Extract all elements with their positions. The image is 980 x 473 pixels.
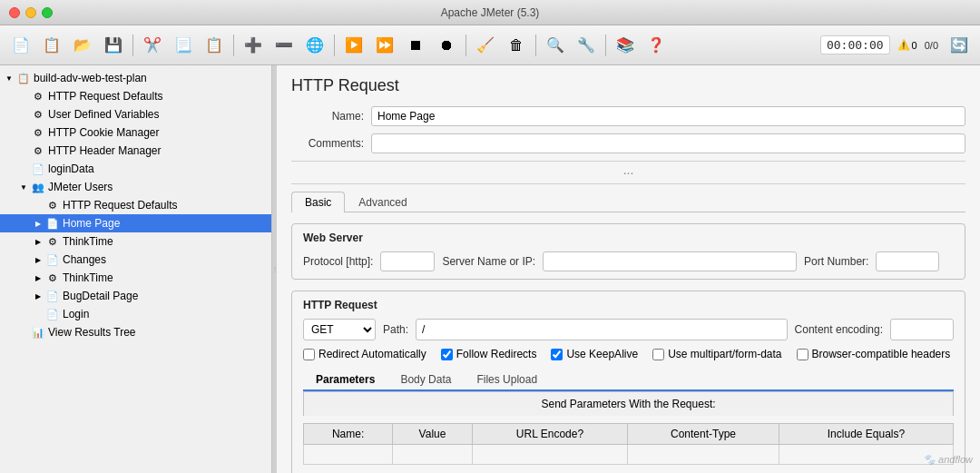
home-page-icon: 📄: [45, 216, 60, 231]
sidebar-item-login-data[interactable]: ▶ 📄 loginData: [0, 160, 271, 178]
port-input[interactable]: [876, 251, 939, 271]
timer-display: 00:00:00: [820, 35, 890, 54]
sidebar-item-think-time2[interactable]: ▶ ⚙ ThinkTime: [0, 269, 271, 287]
server-name-input[interactable]: [543, 251, 797, 271]
sidebar-item-label: Home Page: [63, 217, 120, 230]
name-row: Name:: [291, 106, 965, 126]
protocol-input[interactable]: [380, 251, 435, 271]
web-server-title: Web Server: [303, 232, 954, 244]
keepalive-checkbox[interactable]: [551, 349, 563, 360]
cookie-icon: ⚙: [31, 125, 45, 140]
remove-node-button[interactable]: ➖: [270, 32, 298, 59]
sidebar-item-label: ThinkTime: [63, 271, 113, 284]
sidebar-item-cookie-mgr[interactable]: ▶ ⚙ HTTP Cookie Manager: [0, 123, 271, 142]
method-select[interactable]: GET: [303, 319, 376, 340]
toolbar: 📄 📋 📂 💾 ✂️ 📃 📋 ➕ ➖ 🌐 ▶️ ⏩ ⏹ ⏺ 🧹 🗑 🔍 🔧 📚 …: [0, 25, 980, 65]
sidebar-item-jmeter-users[interactable]: ▼ 👥 JMeter Users: [0, 178, 271, 196]
template-button[interactable]: 📋: [38, 32, 65, 59]
sidebar-item-http-defaults[interactable]: ▶ ⚙ HTTP Request Defaults: [0, 87, 271, 105]
sidebar-item-changes[interactable]: ▶ 📄 Changes: [0, 251, 271, 269]
about-button[interactable]: ❓: [642, 32, 670, 59]
encoding-input[interactable]: [890, 319, 954, 340]
sidebar-item-label: Login: [63, 308, 89, 320]
comments-input[interactable]: [371, 133, 965, 153]
collapse-icon: ···: [623, 165, 634, 180]
sidebar-item-user-vars[interactable]: ▶ ⚙ User Defined Variables: [0, 105, 271, 123]
sidebar-item-view-results[interactable]: ▶ 📊 View Results Tree: [0, 323, 271, 341]
clear-button[interactable]: 🧹: [472, 32, 499, 59]
server-name-label: Server Name or IP:: [442, 255, 535, 268]
warning-count: 0: [912, 40, 917, 51]
sub-tab-body-data[interactable]: Body Data: [387, 370, 464, 389]
sidebar: ▼ 📋 build-adv-web-test-plan ▶ ⚙ HTTP Req…: [0, 65, 272, 473]
sidebar-item-bugdetail[interactable]: ▶ 📄 BugDetail Page: [0, 287, 271, 305]
protocol-label: Protocol [http]:: [303, 255, 373, 268]
follow-checkbox-item[interactable]: Follow Redirects: [441, 348, 537, 360]
redirect-checkbox-item[interactable]: Redirect Automatically: [303, 348, 426, 360]
sidebar-item-label: ThinkTime: [63, 235, 113, 248]
collapse-row[interactable]: ···: [291, 161, 965, 184]
sidebar-item-label: BugDetail Page: [63, 290, 138, 302]
stop-now-button[interactable]: ⏺: [433, 32, 460, 59]
help-button[interactable]: 📚: [612, 32, 639, 59]
toolbar-sep-4: [466, 34, 466, 56]
clear-all-button[interactable]: 🗑: [503, 32, 530, 59]
expand-arrow-icon: ▶: [33, 218, 44, 229]
sidebar-item-think-time[interactable]: ▶ ⚙ ThinkTime: [0, 232, 271, 251]
name-label: Name:: [291, 110, 364, 123]
new-button[interactable]: 📄: [7, 32, 34, 59]
watermark-icon: 🐾: [923, 454, 936, 465]
tab-advanced[interactable]: Advanced: [345, 192, 420, 212]
expand-arrow-icon: ▶: [33, 254, 44, 265]
browser-compat-checkbox[interactable]: [797, 349, 808, 360]
sidebar-item-label: User Defined Variables: [48, 108, 160, 121]
maximize-button[interactable]: [42, 7, 53, 18]
browser-compat-checkbox-item[interactable]: Browser-compatible headers: [797, 348, 951, 360]
sidebar-item-label: HTTP Request Defaults: [63, 199, 178, 212]
sidebar-item-login[interactable]: ▶ 📄 Login: [0, 305, 271, 323]
table-row-empty: [304, 445, 954, 465]
paste-button[interactable]: 📋: [201, 32, 228, 59]
close-button[interactable]: [9, 7, 20, 18]
cut-button[interactable]: ✂️: [139, 32, 166, 59]
start-button[interactable]: ▶️: [340, 32, 368, 59]
keepalive-checkbox-item[interactable]: Use KeepAlive: [551, 348, 638, 360]
user-vars-icon: ⚙: [31, 107, 45, 122]
http-defaults-icon: ⚙: [31, 89, 45, 103]
toolbar-sep-2: [233, 34, 234, 56]
col-header-value: Value: [393, 424, 473, 445]
warning-badge: ⚠️ 0: [897, 39, 917, 51]
search-button[interactable]: 🔍: [542, 32, 569, 59]
path-input[interactable]: [416, 319, 788, 340]
sub-tab-files-upload[interactable]: Files Upload: [464, 370, 550, 389]
remote-button[interactable]: 🔄: [946, 32, 973, 59]
multipart-checkbox-item[interactable]: Use multipart/form-data: [652, 348, 781, 360]
traffic-lights: [9, 7, 53, 18]
sidebar-item-label: View Results Tree: [48, 326, 136, 339]
sidebar-item-label: HTTP Request Defaults: [48, 90, 163, 103]
sidebar-item-header-mgr[interactable]: ▶ ⚙ HTTP Header Manager: [0, 142, 271, 160]
sidebar-item-home-page[interactable]: ▶ 📄 Home Page: [0, 214, 271, 232]
follow-checkbox[interactable]: [441, 349, 453, 360]
login-data-icon: 📄: [31, 162, 45, 176]
counter-badge: 0/0: [925, 40, 938, 51]
start-no-pause-button[interactable]: ⏩: [371, 32, 398, 59]
name-input[interactable]: [371, 106, 965, 126]
stop-button[interactable]: ⏹: [402, 32, 429, 59]
results-tree-icon: 📊: [31, 325, 45, 340]
save-button[interactable]: 💾: [100, 32, 127, 59]
minimize-button[interactable]: [25, 7, 36, 18]
http-request-title: HTTP Request: [303, 299, 954, 311]
function-helper-button[interactable]: 🔧: [573, 32, 600, 59]
tab-basic[interactable]: Basic: [291, 192, 345, 212]
add-node-button[interactable]: ➕: [240, 32, 267, 59]
open-button[interactable]: 📂: [69, 32, 96, 59]
jmeter-users-icon: 👥: [31, 180, 45, 194]
sidebar-item-http-req-defaults2[interactable]: ▶ ⚙ HTTP Request Defaults: [0, 196, 271, 214]
sub-tab-parameters[interactable]: Parameters: [303, 370, 387, 391]
sidebar-item-root[interactable]: ▼ 📋 build-adv-web-test-plan: [0, 69, 271, 87]
expand-button[interactable]: 🌐: [301, 32, 328, 59]
copy-button[interactable]: 📃: [170, 32, 197, 59]
redirect-checkbox[interactable]: [303, 349, 315, 360]
multipart-checkbox[interactable]: [652, 349, 664, 360]
